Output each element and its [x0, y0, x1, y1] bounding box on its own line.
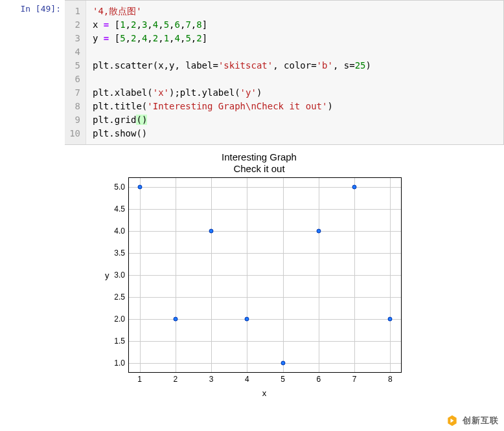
grid-line-horizontal [129, 297, 401, 298]
scatter-chart: Interesting Graph Check it out y 1234567… [91, 151, 428, 398]
grid-line-horizontal [129, 319, 401, 320]
grid-line-horizontal [129, 231, 401, 232]
scatter-point [209, 228, 214, 233]
scatter-point [388, 317, 393, 322]
x-tick-label: 6 [317, 372, 321, 384]
scatter-point [316, 228, 321, 233]
x-tick-label: 5 [281, 372, 285, 384]
grid-line-horizontal [129, 363, 401, 364]
y-tick-label: 3.0 [114, 271, 129, 280]
chart-title: Interesting Graph Check it out [91, 151, 428, 175]
output-area: Interesting Graph Check it out y 1234567… [65, 145, 504, 398]
logo-icon [446, 414, 459, 427]
y-tick-label: 2.5 [114, 293, 129, 302]
notebook-cell: In [49]: 1 2 3 4 5 6 7 8 9 10 '4,散点图' x … [0, 0, 504, 145]
x-tick-label: 2 [173, 372, 178, 384]
input-prompt: In [49]: [0, 0, 65, 17]
y-tick-label: 4.5 [114, 204, 129, 214]
prompt-label: In [49]: [20, 4, 61, 14]
scatter-point [173, 317, 178, 322]
x-axis-label: x [128, 388, 400, 398]
grid-line-horizontal [129, 341, 401, 342]
y-tick-label: 1.0 [114, 359, 129, 368]
x-tick-label: 1 [137, 372, 142, 384]
y-tick-label: 3.5 [114, 249, 129, 258]
line-number-gutter: 1 2 3 4 5 6 7 8 9 10 [65, 1, 86, 144]
watermark: 创新互联 [446, 414, 499, 427]
x-tick-label: 3 [209, 372, 214, 384]
grid-line-horizontal [129, 187, 401, 188]
grid-line-horizontal [129, 253, 401, 254]
x-tick-label: 4 [245, 372, 249, 384]
x-tick-label: 7 [352, 372, 357, 384]
x-tick-label: 8 [388, 372, 393, 384]
y-tick-label: 5.0 [114, 182, 129, 192]
code-content[interactable]: '4,散点图' x = [1,2,3,4,5,6,7,8] y = [5,2,4… [86, 1, 378, 144]
y-tick-label: 2.0 [114, 315, 129, 324]
grid-line-horizontal [129, 275, 401, 276]
y-tick-label: 4.0 [114, 227, 129, 236]
scatter-point [352, 184, 357, 189]
y-axis-label: y [105, 270, 109, 280]
scatter-point [281, 361, 285, 366]
y-tick-label: 1.5 [114, 337, 129, 346]
code-editor[interactable]: 1 2 3 4 5 6 7 8 9 10 '4,散点图' x = [1,2,3,… [65, 0, 504, 145]
scatter-point [245, 317, 249, 322]
grid-line-horizontal [129, 209, 401, 210]
watermark-text: 创新互联 [463, 415, 499, 426]
plot-area: 123456781.01.52.02.53.03.54.04.55.0 [128, 177, 402, 373]
scatter-point [137, 184, 142, 189]
